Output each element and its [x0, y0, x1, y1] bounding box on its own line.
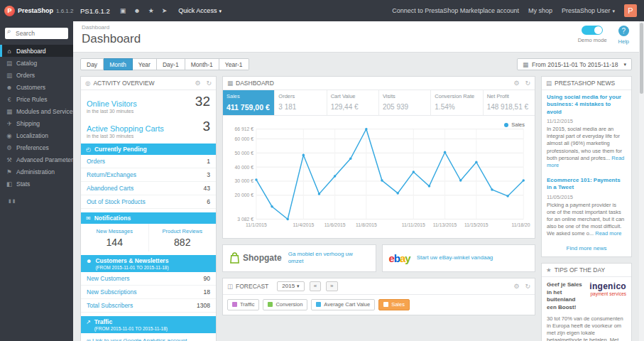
ebay-module-box: ebay Start uw eBay-winkel vandaag	[382, 244, 536, 272]
help-label[interactable]: Help	[618, 38, 629, 45]
dashboard-panel: DASHBOARD Sales 411 759,00 € Orders 3 18…	[222, 76, 535, 239]
my-shop-link[interactable]: My shop	[528, 7, 552, 14]
trophy-icon[interactable]: ★	[148, 7, 154, 14]
product-reviews-cell[interactable]: Product Reviews 882	[148, 224, 217, 251]
tips-headline: Geef je Sales in het buitenland een Boos…	[547, 281, 586, 311]
new-subscriptions-link[interactable]: New Subscriptions	[87, 288, 136, 296]
article-title-link[interactable]: Ecommerce 101: Payments in a Tweet	[547, 177, 626, 192]
avatar[interactable]: P	[624, 4, 637, 17]
abandoned-carts-link[interactable]: Abandoned Carts	[87, 185, 133, 192]
svg-text:11/1/2015: 11/1/2015	[246, 222, 267, 227]
stat-visits[interactable]: Visits 205 939	[379, 90, 431, 115]
sidebar-item-label: Orders	[16, 72, 35, 79]
user-icon[interactable]: ☻	[133, 7, 140, 14]
customers-newsletters-header: Customers & Newsletters (FROM 2015-11-01…	[81, 255, 216, 272]
sidebar-item-stats[interactable]: ◧ Stats	[0, 178, 73, 190]
filter-year-1-button[interactable]: Year-1	[219, 58, 249, 70]
total-subscribers-link[interactable]: Total Subscribers	[87, 302, 133, 309]
rocket-icon[interactable]: ➤	[162, 7, 168, 14]
stat-cart-value-value: 129,44 €	[331, 103, 375, 111]
dashboard-panel-title: DASHBOARD	[236, 80, 274, 87]
sidebar-item-dashboard[interactable]: ⌂ Dashboard	[0, 45, 73, 57]
find-more-news-link[interactable]: Find more news	[542, 242, 631, 256]
google-analytics-link[interactable]: Link to your Google Analytics account	[81, 333, 216, 341]
sidebar-item-price-rules[interactable]: € Price Rules	[0, 93, 73, 105]
read-more-link[interactable]: Read more	[595, 230, 621, 237]
sidebar-item-label: Localization	[16, 132, 48, 139]
sidebar-item-shipping[interactable]: ✈ Shipping	[0, 117, 73, 129]
refresh-icon[interactable]	[525, 283, 530, 290]
sidebar-item-label: Stats	[16, 180, 30, 188]
refresh-icon[interactable]	[206, 80, 212, 87]
stat-visits-value: 205 939	[383, 103, 427, 111]
forecast-legend-traffic[interactable]: Traffic	[227, 299, 259, 310]
svg-text:11/13/2015: 11/13/2015	[433, 222, 457, 227]
online-visitors-link[interactable]: Online Visitors	[87, 99, 137, 108]
page-scrollbar[interactable]	[639, 21, 644, 341]
forecast-legend-average-cart-value[interactable]: Average Cart Value	[311, 299, 375, 310]
filter-year-button[interactable]: Year	[133, 58, 157, 70]
forecast-legend-conversion[interactable]: Conversion	[263, 299, 307, 310]
marketplace-link[interactable]: Connect to PrestaShop Marketplace accoun…	[392, 7, 519, 14]
gear-icon[interactable]	[513, 80, 519, 87]
new-messages-cell[interactable]: New Messages 144	[81, 224, 148, 251]
article-title-link[interactable]: Using social media for your business: 4 …	[547, 94, 626, 116]
filter-month-1-button[interactable]: Month-1	[185, 58, 219, 70]
orders-link[interactable]: Orders	[87, 158, 105, 165]
forecast-legend-sales[interactable]: Sales	[378, 299, 410, 310]
price-rules-icon: €	[6, 96, 13, 103]
sidebar-item-localization[interactable]: ◉ Localization	[0, 129, 73, 141]
svg-text:20 000 €: 20 000 €	[235, 193, 254, 197]
gear-icon[interactable]	[513, 283, 519, 290]
brand-version: 1.6.1.2	[56, 8, 73, 14]
filter-day-1-button[interactable]: Day-1	[157, 58, 185, 70]
sidebar-item-preferences[interactable]: ⚙ Preferences	[0, 141, 73, 153]
search-input[interactable]	[5, 28, 68, 39]
help-icon[interactable]: ?	[618, 26, 629, 36]
active-carts-link[interactable]: Active Shopping Carts	[87, 124, 164, 133]
sidebar-item-catalog[interactable]: ▤ Catalog	[0, 57, 73, 69]
ebay-logo: ebay	[389, 252, 410, 264]
svg-text:60 000 €: 60 000 €	[235, 136, 254, 141]
returns-link[interactable]: Return/Exchanges	[87, 171, 136, 178]
svg-text:40 000 €: 40 000 €	[235, 165, 254, 170]
brand[interactable]: P PrestaShop 1.6.1.2	[0, 6, 73, 16]
stat-orders[interactable]: Orders 3 181	[275, 90, 327, 115]
chart-legend[interactable]: Sales	[504, 121, 525, 128]
shop-name[interactable]: PS1.6.1.2	[80, 7, 110, 15]
forecast-year-select[interactable]: 2015	[277, 281, 304, 291]
sidebar-item-modules[interactable]: ▦ Modules and Services	[0, 105, 73, 117]
cart-icon[interactable]: ▣	[120, 7, 126, 14]
link-icon	[87, 337, 91, 341]
filter-day-button[interactable]: Day	[80, 58, 104, 70]
breadcrumb[interactable]: Dashboard	[82, 24, 631, 31]
demo-mode-toggle[interactable]	[582, 26, 603, 35]
sidebar-item-orders[interactable]: ▥ Orders	[0, 69, 73, 81]
scrollbar-thumb[interactable]	[640, 23, 643, 94]
svg-text:30 000 €: 30 000 €	[235, 178, 254, 183]
sidebar-item-advanced-parameters[interactable]: ⚒ Advanced Parameters	[0, 153, 73, 166]
customers-subtitle: (FROM 2015-11-01 TO 2015-11-18)	[95, 265, 168, 270]
sidebar-collapse-icon[interactable]: ▮▮	[0, 190, 73, 204]
shopgate-link[interactable]: Ga mobiel en verhoog uw omzet	[288, 251, 369, 266]
sidebar-item-administration[interactable]: ⚑ Administration	[0, 166, 73, 178]
stat-conversion-rate[interactable]: Conversion Rate 1.54%	[431, 90, 483, 115]
out-of-stock-link[interactable]: Out of Stock Products	[87, 198, 146, 205]
stat-sales[interactable]: Sales 411 759,00 €	[223, 90, 275, 115]
quick-access-menu[interactable]: Quick Access	[178, 7, 222, 14]
forecast-next-button[interactable]: »	[326, 281, 337, 291]
user-menu[interactable]: PrestaShop User	[562, 7, 615, 14]
stat-conversion-label: Conversion Rate	[435, 93, 479, 99]
forecast-prev-button[interactable]: «	[310, 281, 321, 291]
new-customers-link[interactable]: New Customers	[87, 275, 129, 282]
preferences-icon: ⚙	[6, 144, 13, 151]
sidebar-item-customers[interactable]: ☻ Customers	[0, 81, 73, 93]
ebay-link[interactable]: Start uw eBay-winkel vandaag	[417, 254, 493, 261]
stat-net-profit[interactable]: Net Profit 148 918,51 €	[484, 90, 535, 115]
gear-icon[interactable]	[195, 80, 200, 87]
filter-month-button[interactable]: Month	[104, 58, 133, 70]
refresh-icon[interactable]	[525, 80, 530, 87]
online-visitors-metric: Online Visitors 32 in the last 30 minute…	[81, 90, 216, 115]
stat-cart-value[interactable]: Cart Value 129,44 €	[327, 90, 379, 115]
date-range-picker[interactable]: From 2015-11-01 To 2015-11-18	[517, 58, 632, 70]
